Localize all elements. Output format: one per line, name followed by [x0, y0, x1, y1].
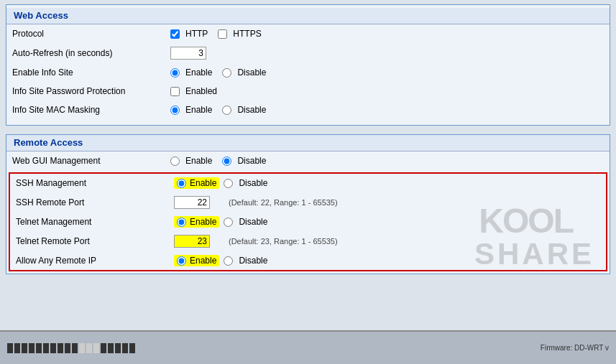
info-site-mac-label: Info Site MAC Masking: [12, 105, 170, 115]
allow-remote-ip-disable-radio[interactable]: [224, 256, 233, 266]
seg10: [72, 343, 78, 353]
seg2: [14, 343, 20, 353]
https-label: HTTPS: [233, 29, 261, 39]
ssh-port-hint: (Default: 22, Range: 1 - 65535): [229, 198, 338, 207]
telnet-management-control: Enable Disable: [174, 216, 273, 228]
seg7: [50, 343, 56, 353]
web-gui-disable-radio[interactable]: [222, 157, 231, 166]
telnet-port-control: (Default: 23, Range: 1 - 65535): [174, 235, 338, 248]
seg17: [122, 343, 128, 353]
telnet-port-input[interactable]: [174, 235, 210, 248]
allow-remote-ip-disable-label: Disable: [239, 256, 267, 266]
telnet-enable-label: Enable: [190, 217, 216, 227]
web-gui-label: Web GUI Management: [12, 156, 170, 166]
ssh-management-label: SSH Management: [16, 178, 174, 188]
telnet-disable-label: Disable: [239, 217, 267, 227]
web-gui-enable-label: Enable: [185, 156, 212, 166]
info-site-disable-radio[interactable]: [222, 68, 231, 78]
https-checkbox[interactable]: [218, 29, 227, 39]
ssh-enable-radio[interactable]: [177, 179, 186, 188]
firmware-text: Firmware: DD-WRT v: [541, 344, 609, 352]
seg4: [29, 343, 35, 353]
seg5: [36, 343, 42, 353]
info-site-password-row: Info Site Password Protection Enabled: [6, 82, 610, 101]
info-site-password-control: Enabled: [170, 86, 223, 96]
seg8: [58, 343, 63, 353]
web-access-section: Web Access Protocol HTTP HTTPS Auto-Refr…: [6, 4, 610, 126]
http-checkbox[interactable]: [170, 29, 180, 39]
ssh-management-row: SSH Management Enable Disable: [10, 174, 606, 192]
allow-remote-ip-control: Enable Disable: [174, 255, 273, 266]
mac-mask-enable-radio[interactable]: [170, 106, 180, 115]
telnet-enable-radio[interactable]: [177, 218, 186, 227]
mac-mask-disable-label: Disable: [237, 105, 266, 115]
ssh-management-control: Enable Disable: [174, 177, 273, 189]
seg1: [7, 343, 13, 353]
info-site-enable-label: Enable: [185, 67, 212, 78]
seg15: [108, 343, 114, 353]
ssh-enable-highlight: Enable: [174, 177, 219, 189]
info-site-disable-label: Disable: [237, 67, 266, 78]
auto-refresh-label: Auto-Refresh (in seconds): [12, 48, 170, 58]
ssh-disable-label: Disable: [239, 178, 267, 188]
seg12: [86, 343, 92, 353]
mac-mask-enable-label: Enable: [185, 105, 212, 115]
protocol-control: HTTP HTTPS: [170, 29, 267, 39]
web-gui-row: Web GUI Management Enable Disable: [6, 151, 610, 170]
allow-remote-ip-enable-radio[interactable]: [177, 256, 186, 266]
info-site-password-check-label: Enabled: [185, 86, 217, 96]
auto-refresh-input[interactable]: [170, 47, 206, 60]
web-gui-disable-label: Disable: [237, 156, 266, 166]
telnet-management-label: Telnet Management: [16, 217, 174, 227]
enable-info-site-label: Enable Info Site: [12, 67, 170, 78]
allow-remote-ip-row: Allow Any Remote IP Enable Disable: [10, 251, 606, 270]
remote-access-title: Remote Access: [6, 135, 610, 151]
ssh-port-control: (Default: 22, Range: 1 - 65535): [174, 196, 338, 209]
telnet-disable-radio[interactable]: [224, 218, 233, 227]
info-site-mac-control: Enable Disable: [170, 105, 272, 115]
web-access-title: Web Access: [6, 8, 610, 24]
enable-info-site-control: Enable Disable: [170, 67, 272, 78]
remote-access-section: Remote Access Web GUI Management Enable …: [6, 134, 610, 274]
allow-remote-ip-label: Allow Any Remote IP: [16, 256, 174, 266]
allow-remote-ip-enable-label: Enable: [190, 256, 216, 266]
protocol-row: Protocol HTTP HTTPS: [6, 24, 610, 43]
seg18: [129, 343, 135, 353]
ssh-enable-label: Enable: [190, 178, 216, 188]
seg14: [101, 343, 106, 353]
seg13: [93, 343, 99, 353]
seg6: [43, 343, 49, 353]
seg16: [115, 343, 121, 353]
ssh-disable-radio[interactable]: [224, 179, 233, 188]
web-gui-control: Enable Disable: [170, 156, 272, 166]
ssh-port-label: SSH Remote Port: [16, 197, 174, 207]
telnet-port-hint: (Default: 23, Range: 1 - 65535): [229, 237, 338, 246]
ssh-port-row: SSH Remote Port (Default: 22, Range: 1 -…: [10, 192, 606, 213]
info-site-enable-radio[interactable]: [170, 68, 180, 78]
info-site-mac-row: Info Site MAC Masking Enable Disable: [6, 101, 610, 119]
info-site-password-label: Info Site Password Protection: [12, 86, 170, 96]
seg11: [79, 343, 85, 353]
seg9: [65, 343, 70, 353]
ssh-telnet-section: SSH Management Enable Disable SSH Remote…: [9, 172, 607, 271]
info-site-password-checkbox[interactable]: [170, 87, 180, 96]
allow-remote-ip-enable-highlight: Enable: [174, 255, 219, 266]
seg3: [22, 343, 27, 353]
telnet-port-row: Telnet Remote Port (Default: 23, Range: …: [10, 231, 606, 251]
mac-mask-disable-radio[interactable]: [222, 106, 231, 115]
auto-refresh-control: [170, 47, 206, 60]
enable-info-site-row: Enable Info Site Enable Disable: [6, 63, 610, 82]
auto-refresh-row: Auto-Refresh (in seconds): [6, 43, 610, 63]
http-label: HTTP: [185, 29, 208, 39]
web-gui-enable-radio[interactable]: [170, 157, 180, 166]
ssh-port-input[interactable]: [174, 196, 210, 209]
progress-bar: [7, 343, 135, 353]
bottom-bar: Firmware: DD-WRT v: [0, 330, 616, 364]
telnet-management-row: Telnet Management Enable Disable: [10, 213, 606, 231]
telnet-port-label: Telnet Remote Port: [16, 236, 174, 246]
protocol-label: Protocol: [12, 29, 170, 39]
telnet-enable-highlight: Enable: [174, 216, 219, 228]
